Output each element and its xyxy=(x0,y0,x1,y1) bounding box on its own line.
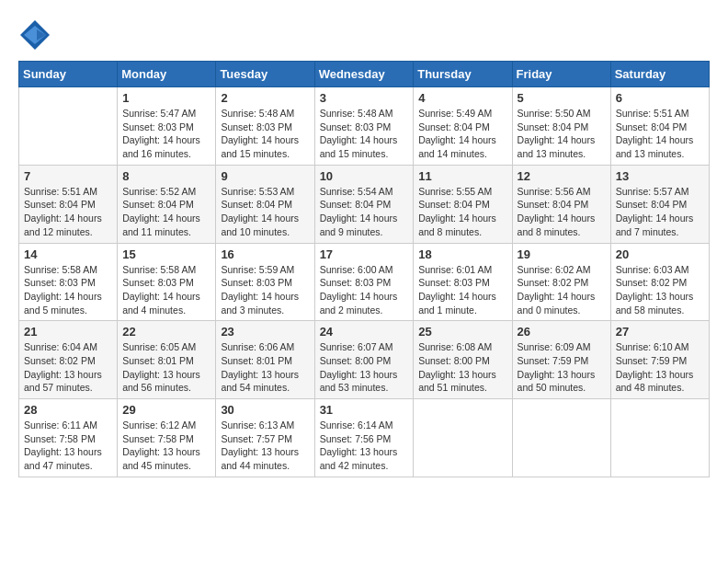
day-info: Sunrise: 5:57 AM Sunset: 8:04 PM Dayligh… xyxy=(616,185,704,239)
day-info: Sunrise: 5:47 AM Sunset: 8:03 PM Dayligh… xyxy=(122,107,210,161)
day-cell: 6Sunrise: 5:51 AM Sunset: 8:04 PM Daylig… xyxy=(610,87,709,166)
day-cell: 18Sunrise: 6:01 AM Sunset: 8:03 PM Dayli… xyxy=(414,243,512,321)
day-info: Sunrise: 5:58 AM Sunset: 8:03 PM Dayligh… xyxy=(24,263,112,317)
day-number: 2 xyxy=(221,91,309,105)
day-cell: 28Sunrise: 6:11 AM Sunset: 7:58 PM Dayli… xyxy=(19,399,118,477)
day-cell xyxy=(414,399,512,477)
day-cell: 20Sunrise: 6:03 AM Sunset: 8:02 PM Dayli… xyxy=(610,243,709,321)
day-cell: 19Sunrise: 6:02 AM Sunset: 8:02 PM Dayli… xyxy=(512,243,610,321)
day-cell: 24Sunrise: 6:07 AM Sunset: 8:00 PM Dayli… xyxy=(314,321,414,399)
day-info: Sunrise: 6:05 AM Sunset: 8:01 PM Dayligh… xyxy=(122,340,210,395)
day-number: 4 xyxy=(418,91,506,105)
day-number: 12 xyxy=(518,169,606,183)
header-row: SundayMondayTuesdayWednesdayThursdayFrid… xyxy=(19,62,710,87)
day-cell: 4Sunrise: 5:49 AM Sunset: 8:04 PM Daylig… xyxy=(414,87,512,166)
day-cell xyxy=(512,399,610,477)
day-info: Sunrise: 6:03 AM Sunset: 8:02 PM Dayligh… xyxy=(616,263,704,317)
day-info: Sunrise: 6:07 AM Sunset: 8:00 PM Dayligh… xyxy=(320,340,409,395)
day-cell: 16Sunrise: 5:59 AM Sunset: 8:03 PM Dayli… xyxy=(216,243,314,321)
day-number: 3 xyxy=(320,91,409,105)
header-cell-thursday: Thursday xyxy=(414,62,512,87)
header-cell-monday: Monday xyxy=(118,62,216,87)
day-cell: 7Sunrise: 5:51 AM Sunset: 8:04 PM Daylig… xyxy=(19,165,118,243)
day-cell: 17Sunrise: 6:00 AM Sunset: 8:03 PM Dayli… xyxy=(314,243,414,321)
logo-icon xyxy=(18,18,51,52)
day-number: 18 xyxy=(418,247,506,261)
day-number: 11 xyxy=(418,169,506,183)
day-info: Sunrise: 5:52 AM Sunset: 8:04 PM Dayligh… xyxy=(122,185,210,239)
day-number: 14 xyxy=(24,247,112,261)
day-info: Sunrise: 5:58 AM Sunset: 8:03 PM Dayligh… xyxy=(122,263,210,317)
day-info: Sunrise: 5:51 AM Sunset: 8:04 PM Dayligh… xyxy=(616,107,704,161)
calendar-table: SundayMondayTuesdayWednesdayThursdayFrid… xyxy=(18,61,710,477)
day-info: Sunrise: 6:00 AM Sunset: 8:03 PM Dayligh… xyxy=(320,263,409,317)
day-number: 15 xyxy=(122,247,210,261)
logo xyxy=(18,18,55,52)
day-number: 23 xyxy=(221,325,309,339)
day-number: 16 xyxy=(221,247,309,261)
day-info: Sunrise: 5:55 AM Sunset: 8:04 PM Dayligh… xyxy=(418,185,506,239)
day-cell: 15Sunrise: 5:58 AM Sunset: 8:03 PM Dayli… xyxy=(118,243,216,321)
week-row-2: 7Sunrise: 5:51 AM Sunset: 8:04 PM Daylig… xyxy=(19,165,710,243)
day-info: Sunrise: 6:10 AM Sunset: 7:59 PM Dayligh… xyxy=(616,340,704,395)
day-number: 21 xyxy=(24,325,112,339)
day-cell: 31Sunrise: 6:14 AM Sunset: 7:56 PM Dayli… xyxy=(314,399,414,477)
day-number: 17 xyxy=(320,247,409,261)
day-info: Sunrise: 6:04 AM Sunset: 8:02 PM Dayligh… xyxy=(24,340,112,395)
day-number: 5 xyxy=(518,91,606,105)
week-row-4: 21Sunrise: 6:04 AM Sunset: 8:02 PM Dayli… xyxy=(19,321,710,399)
day-cell: 14Sunrise: 5:58 AM Sunset: 8:03 PM Dayli… xyxy=(19,243,118,321)
day-number: 7 xyxy=(24,169,112,183)
header-cell-tuesday: Tuesday xyxy=(216,62,314,87)
day-number: 24 xyxy=(320,325,409,339)
day-cell: 1Sunrise: 5:47 AM Sunset: 8:03 PM Daylig… xyxy=(118,87,216,166)
day-cell: 27Sunrise: 6:10 AM Sunset: 7:59 PM Dayli… xyxy=(610,321,709,399)
day-info: Sunrise: 6:08 AM Sunset: 8:00 PM Dayligh… xyxy=(418,340,506,395)
day-info: Sunrise: 6:14 AM Sunset: 7:56 PM Dayligh… xyxy=(320,419,409,473)
day-cell: 30Sunrise: 6:13 AM Sunset: 7:57 PM Dayli… xyxy=(216,399,314,477)
day-info: Sunrise: 5:51 AM Sunset: 8:04 PM Dayligh… xyxy=(24,185,112,239)
day-cell: 11Sunrise: 5:55 AM Sunset: 8:04 PM Dayli… xyxy=(414,165,512,243)
day-cell xyxy=(610,399,709,477)
header-cell-wednesday: Wednesday xyxy=(314,62,414,87)
page-header xyxy=(18,18,710,52)
day-number: 19 xyxy=(518,247,606,261)
day-cell: 29Sunrise: 6:12 AM Sunset: 7:58 PM Dayli… xyxy=(118,399,216,477)
day-cell: 25Sunrise: 6:08 AM Sunset: 8:00 PM Dayli… xyxy=(414,321,512,399)
day-info: Sunrise: 5:59 AM Sunset: 8:03 PM Dayligh… xyxy=(221,263,309,317)
week-row-3: 14Sunrise: 5:58 AM Sunset: 8:03 PM Dayli… xyxy=(19,243,710,321)
day-number: 27 xyxy=(616,325,704,339)
day-cell: 10Sunrise: 5:54 AM Sunset: 8:04 PM Dayli… xyxy=(314,165,414,243)
day-cell: 23Sunrise: 6:06 AM Sunset: 8:01 PM Dayli… xyxy=(216,321,314,399)
day-info: Sunrise: 5:56 AM Sunset: 8:04 PM Dayligh… xyxy=(518,185,606,239)
day-number: 6 xyxy=(616,91,704,105)
day-number: 13 xyxy=(616,169,704,183)
day-number: 20 xyxy=(616,247,704,261)
day-number: 31 xyxy=(320,403,409,417)
day-info: Sunrise: 6:02 AM Sunset: 8:02 PM Dayligh… xyxy=(518,263,606,317)
day-number: 8 xyxy=(122,169,210,183)
day-number: 10 xyxy=(320,169,409,183)
day-number: 30 xyxy=(221,403,309,417)
day-number: 9 xyxy=(221,169,309,183)
day-cell: 2Sunrise: 5:48 AM Sunset: 8:03 PM Daylig… xyxy=(216,87,314,166)
day-number: 1 xyxy=(122,91,210,105)
day-cell: 22Sunrise: 6:05 AM Sunset: 8:01 PM Dayli… xyxy=(118,321,216,399)
day-number: 29 xyxy=(122,403,210,417)
day-number: 28 xyxy=(24,403,112,417)
day-info: Sunrise: 5:49 AM Sunset: 8:04 PM Dayligh… xyxy=(418,107,506,161)
day-number: 26 xyxy=(518,325,606,339)
day-info: Sunrise: 6:01 AM Sunset: 8:03 PM Dayligh… xyxy=(418,263,506,317)
day-number: 22 xyxy=(122,325,210,339)
day-info: Sunrise: 5:48 AM Sunset: 8:03 PM Dayligh… xyxy=(221,107,309,161)
day-info: Sunrise: 5:54 AM Sunset: 8:04 PM Dayligh… xyxy=(320,185,409,239)
day-cell: 3Sunrise: 5:48 AM Sunset: 8:03 PM Daylig… xyxy=(314,87,414,166)
day-info: Sunrise: 6:06 AM Sunset: 8:01 PM Dayligh… xyxy=(221,340,309,395)
week-row-5: 28Sunrise: 6:11 AM Sunset: 7:58 PM Dayli… xyxy=(19,399,710,477)
day-cell: 21Sunrise: 6:04 AM Sunset: 8:02 PM Dayli… xyxy=(19,321,118,399)
day-number: 25 xyxy=(418,325,506,339)
header-cell-saturday: Saturday xyxy=(610,62,709,87)
day-info: Sunrise: 6:13 AM Sunset: 7:57 PM Dayligh… xyxy=(221,419,309,473)
day-info: Sunrise: 5:48 AM Sunset: 8:03 PM Dayligh… xyxy=(320,107,409,161)
day-cell: 5Sunrise: 5:50 AM Sunset: 8:04 PM Daylig… xyxy=(512,87,610,166)
